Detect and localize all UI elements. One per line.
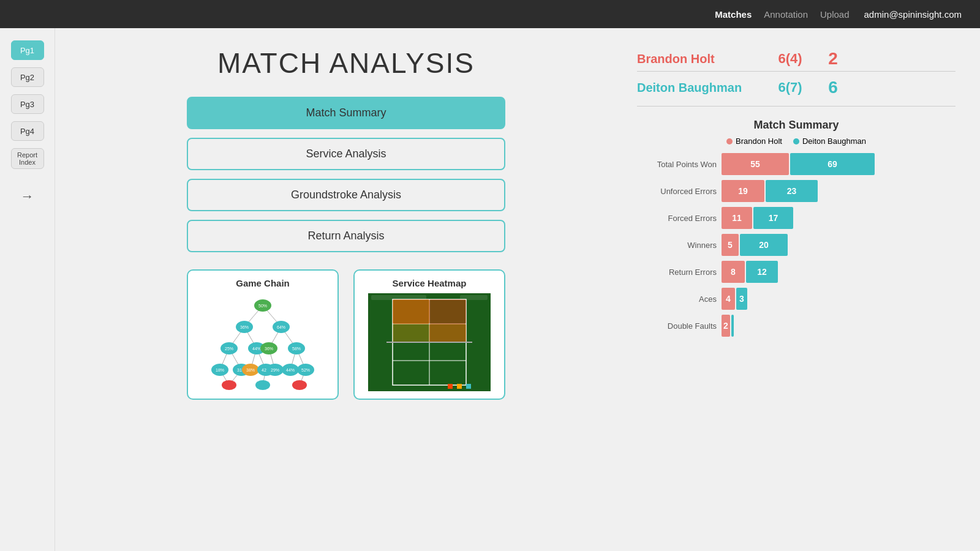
thumbnail-row: Game Chain [187,269,505,400]
legend-dot-2 [793,138,799,144]
nav-service-analysis[interactable]: Service Analysis [187,138,505,170]
chart-legend: Brandon Holt Deiton Baughman [637,137,956,146]
bars-container-0: 5569 [722,153,956,175]
chart-row-label-6: Double Faults [637,321,717,331]
legend-dot-1 [726,138,733,144]
teal-bar-4: 12 [746,261,778,283]
svg-rect-54 [393,299,429,324]
sidebar-pg1[interactable]: Pg1 [11,40,44,60]
nav-groundstroke-analysis[interactable]: Groundstroke Analysis [187,179,505,211]
svg-text:18%: 18% [216,368,224,372]
chart-row-2: Forced Errors1117 [637,207,956,229]
bars-container-6: 2 [722,315,956,337]
red-bar-2: 11 [722,207,752,229]
chart-row-6: Double Faults2 [637,315,956,337]
nav-annotation[interactable]: Annotation [764,9,808,20]
svg-rect-55 [429,299,466,324]
next-arrow[interactable]: → [21,189,34,204]
nav-return-analysis[interactable]: Return Analysis [187,220,505,252]
topbar-nav: Matches Annotation Upload [715,9,849,20]
bars-container-2: 1117 [722,207,956,229]
red-bar-0: 55 [722,153,789,175]
svg-text:44%: 44% [286,368,295,372]
chart-row-label-0: Total Points Won [637,160,717,169]
chart-row-label-5: Aces [637,294,717,304]
svg-text:25%: 25% [225,347,233,351]
chart-row-1: Unforced Errors1923 [637,180,956,202]
game-chain-svg: 50% 36% 64% 25% 44% 36% 58% [195,293,330,391]
red-bar-3: 5 [722,234,739,256]
legend-player2: Deiton Baughman [793,137,866,146]
player2-name: Deiton Baughman [637,81,760,95]
teal-bar-5: 3 [736,288,747,310]
legend-label-1: Brandon Holt [736,137,782,146]
page-title: MATCH ANALYSIS [217,47,475,80]
legend-label-2: Deiton Baughman [802,137,866,146]
chart-section: Match Summary Brandon Holt Deiton Baughm… [637,119,956,337]
chart-row-label-4: Return Errors [637,268,717,277]
service-heatmap-card[interactable]: Service Heatmap [353,269,505,400]
svg-text:29%: 29% [271,368,279,372]
teal-bar-1: 23 [766,180,818,202]
svg-text:64%: 64% [277,325,285,329]
svg-text:36%: 36% [240,325,249,329]
game-chain-title: Game Chain [236,278,290,288]
nav-buttons: Match Summary Service Analysis Groundstr… [187,97,505,252]
game-chain-card[interactable]: Game Chain [187,269,339,400]
svg-point-47 [292,380,307,390]
right-panel: Brandon Holt 6(4) 2 Deiton Baughman 6(7)… [637,47,956,533]
legend-player1: Brandon Holt [726,137,782,146]
svg-rect-59 [371,295,426,300]
svg-point-46 [255,380,270,390]
chart-row-3: Winners520 [637,234,956,256]
red-bar-6: 2 [722,315,730,337]
svg-rect-61 [448,384,453,389]
red-bar-4: 8 [722,261,745,283]
chart-row-5: Aces43 [637,288,956,310]
nav-match-summary[interactable]: Match Summary [187,97,505,129]
svg-text:44%: 44% [252,347,261,351]
chart-row-0: Total Points Won5569 [637,153,956,175]
svg-text:38%: 38% [246,368,255,372]
chart-title: Match Summary [637,119,956,132]
svg-rect-56 [393,324,429,342]
player2-match: 6 [821,78,845,97]
svg-point-45 [222,380,236,390]
svg-rect-62 [457,384,462,389]
sidebar: Pg1 Pg2 Pg3 Pg4 Report Index → [0,28,55,551]
left-panel: MATCH ANALYSIS Match Summary Service Ana… [80,47,612,533]
bars-container-5: 43 [722,288,956,310]
heatmap-svg [362,293,497,391]
chart-row-4: Return Errors812 [637,261,956,283]
teal-bar-6 [731,315,734,337]
teal-bar-0: 69 [790,153,875,175]
teal-bar-3: 20 [740,234,788,256]
red-bar-1: 19 [722,180,764,202]
svg-text:36%: 36% [265,347,273,351]
teal-bar-2: 17 [753,207,793,229]
score-row-1: Brandon Holt 6(4) 2 [637,47,956,71]
report-index-btn[interactable]: Report Index [11,148,44,169]
score-table: Brandon Holt 6(4) 2 Deiton Baughman 6(7)… [637,47,956,107]
chart-row-label-1: Unforced Errors [637,187,717,196]
player2-set: 6(7) [772,80,809,96]
sidebar-pg3[interactable]: Pg3 [11,94,44,114]
svg-text:50%: 50% [258,304,267,308]
svg-rect-63 [466,384,471,389]
nav-matches[interactable]: Matches [715,9,752,20]
service-heatmap-title: Service Heatmap [393,278,467,288]
red-bar-5: 4 [722,288,735,310]
sidebar-pg4[interactable]: Pg4 [11,121,44,141]
player1-match: 2 [821,49,845,69]
bars-container-1: 1923 [722,180,956,202]
score-row-2: Deiton Baughman 6(7) 6 [637,75,956,100]
svg-rect-60 [460,295,488,300]
user-email: admin@spininsight.com [864,9,962,20]
bars-container-4: 812 [722,261,956,283]
chart-row-label-3: Winners [637,241,717,250]
chart-rows: Total Points Won5569Unforced Errors1923F… [637,153,956,337]
nav-upload[interactable]: Upload [820,9,850,20]
sidebar-pg2[interactable]: Pg2 [11,67,44,87]
chart-row-label-2: Forced Errors [637,214,717,223]
topbar: Matches Annotation Upload admin@spininsi… [0,0,980,28]
